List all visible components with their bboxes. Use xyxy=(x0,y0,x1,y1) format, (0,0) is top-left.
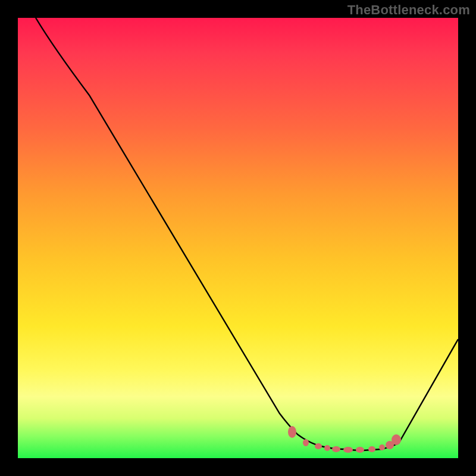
marker-dot xyxy=(386,441,394,449)
marker-dot xyxy=(324,445,330,451)
bottleneck-curve-path xyxy=(36,18,458,450)
marker-dot xyxy=(392,434,401,445)
marker-dots xyxy=(288,426,401,453)
marker-dot xyxy=(343,447,353,453)
marker-dot xyxy=(315,443,322,449)
watermark-text: TheBottleneck.com xyxy=(347,2,470,18)
marker-dot xyxy=(332,446,340,452)
marker-dot xyxy=(368,446,375,452)
marker-dot xyxy=(303,439,309,446)
chart-area xyxy=(18,18,458,458)
marker-dot xyxy=(288,426,296,438)
marker-dot xyxy=(356,447,364,453)
marker-dot xyxy=(379,444,385,450)
curve-svg xyxy=(18,18,458,458)
